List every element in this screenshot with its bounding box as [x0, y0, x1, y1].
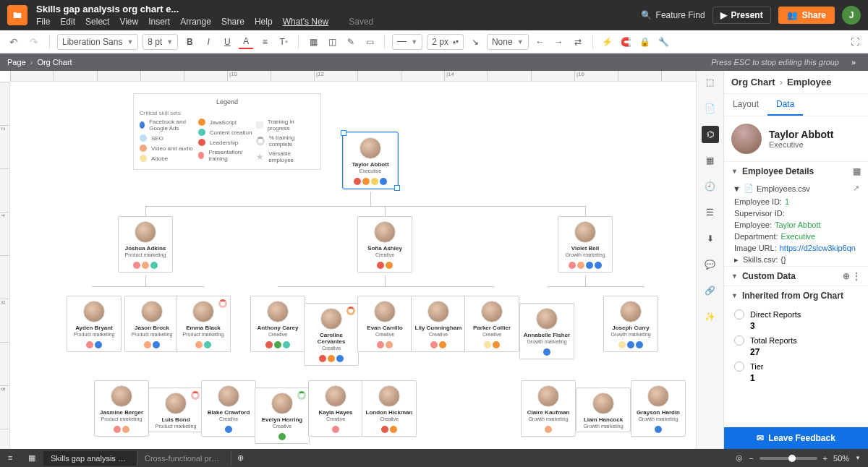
font-size-select[interactable]: 8 pt▼ — [142, 34, 178, 50]
node[interactable]: London HickmanCreative — [362, 380, 417, 437]
section-custom-data[interactable]: ▼ Custom Data ⊕ ⋮ — [724, 267, 868, 286]
redo-button[interactable]: ↷ — [26, 36, 42, 48]
layers-icon[interactable]: ⬚ — [702, 74, 719, 91]
list-view-icon[interactable]: ≡ — [8, 453, 12, 463]
node-root[interactable]: Taylor Abbott Executive — [343, 132, 398, 189]
line-weight-select[interactable]: 2 px▴▾ — [427, 34, 464, 50]
external-link-icon[interactable]: ↗ — [853, 184, 859, 193]
node[interactable]: Joseph CurryGrowth marketing — [603, 296, 658, 352]
node[interactable]: Lily CunninghamCreative — [411, 296, 466, 352]
wrench-button[interactable]: 🔧 — [657, 35, 671, 49]
undo-button[interactable]: ↶ — [6, 36, 22, 48]
italic-button[interactable]: I — [201, 35, 216, 49]
text-color-button[interactable]: A — [239, 35, 253, 49]
menu-insert[interactable]: Insert — [148, 17, 170, 27]
lock-button[interactable]: 🔒 — [638, 35, 652, 49]
shape-style-button[interactable]: ▭ — [362, 35, 377, 49]
zoom-in-button[interactable]: + — [823, 454, 827, 463]
crumb-root[interactable]: Org Chart — [731, 77, 775, 87]
panel-toggle-button[interactable]: » — [846, 58, 861, 67]
node[interactable]: Evan CarrilloCreative — [357, 296, 412, 352]
font-family-select[interactable]: Liberation Sans▼ — [57, 34, 138, 50]
border-button[interactable]: ◫ — [325, 35, 339, 49]
node[interactable]: Joshua AdkinsProduct marketing — [118, 216, 173, 273]
node[interactable]: Jasmine BergerProduct marketing — [94, 380, 149, 437]
arrow-start-button[interactable]: ← — [533, 35, 548, 49]
section-employee-details[interactable]: ▼ Employee Details ▦ — [724, 162, 868, 181]
feedback-button[interactable]: ✉ Leave Feedback — [724, 427, 868, 449]
database-icon[interactable]: ⌬ — [702, 126, 719, 143]
feature-find-button[interactable]: 🔍 Feature Find — [641, 10, 705, 20]
underline-button[interactable]: U — [220, 35, 234, 49]
arrow-style-select[interactable]: None▼ — [487, 34, 529, 50]
node[interactable]: Evelyn HerringCreative — [255, 387, 310, 444]
page-tab[interactable]: Cross-functional proj... — [137, 451, 231, 466]
canvas[interactable]: Legend Critical skill sets Facebook and … — [10, 82, 696, 449]
menu-edit[interactable]: Edit — [60, 17, 75, 27]
menu-view[interactable]: View — [119, 17, 138, 27]
align-button[interactable]: ≡ — [258, 35, 272, 49]
tab-data[interactable]: Data — [767, 94, 803, 116]
add-icon[interactable]: ⊕ ⋮ — [843, 271, 861, 281]
user-avatar[interactable]: J — [842, 6, 861, 25]
export-icon[interactable]: ⬇ — [702, 230, 719, 247]
legend-box[interactable]: Legend Critical skill sets Facebook and … — [133, 93, 321, 170]
node[interactable]: Blake CrawfordCreative — [201, 380, 256, 437]
node[interactable]: Claire KaufmanGrowth marketing — [521, 380, 576, 437]
slider-thumb[interactable] — [788, 455, 796, 462]
csv-row[interactable]: ▼ 📄 Employees.csv ↗ — [724, 181, 868, 196]
node[interactable]: Parker CollierCreative — [464, 296, 519, 352]
target-icon[interactable]: ◎ — [736, 453, 743, 463]
comment-icon[interactable]: 💬 — [702, 256, 719, 273]
node[interactable]: Caroline CervantesCreative — [304, 303, 359, 366]
arrow-end-button[interactable]: → — [552, 35, 566, 49]
zoom-slider[interactable] — [760, 457, 817, 460]
zoom-out-button[interactable]: − — [749, 454, 753, 463]
menu-whats-new[interactable]: What's New — [283, 17, 329, 27]
line-style-select[interactable]: ▼ — [392, 34, 422, 50]
link-icon[interactable]: 🔗 — [702, 282, 719, 299]
swap-button[interactable]: ⇄ — [571, 35, 585, 49]
share-button[interactable]: 👥 Share — [778, 7, 835, 24]
clear-format-button[interactable]: T× — [276, 35, 291, 49]
magnet-button[interactable]: 🧲 — [619, 35, 634, 49]
tab-layout[interactable]: Layout — [724, 94, 767, 116]
menu-file[interactable]: File — [36, 17, 50, 27]
page-icon[interactable]: 📄 — [702, 100, 719, 117]
node[interactable]: Sofia AshleyCreative — [357, 216, 412, 273]
menu-share[interactable]: Share — [221, 17, 244, 27]
caret-right-icon[interactable]: ▸ — [734, 255, 739, 265]
menu-help[interactable]: Help — [255, 17, 273, 27]
bold-button[interactable]: B — [182, 35, 197, 49]
node[interactable]: Ayden BryantProduct marketing — [67, 296, 122, 352]
zoom-value[interactable]: 50% — [833, 454, 849, 463]
crumb-page[interactable]: Page — [7, 58, 26, 67]
fill-button[interactable]: ▦ — [306, 35, 320, 49]
present-icon[interactable]: ▦ — [702, 152, 719, 169]
bolt-button[interactable]: ⚡ — [600, 35, 615, 49]
doc-title[interactable]: Skills gap analysis org chart e... — [36, 4, 641, 14]
paint-button[interactable]: ✎ — [344, 35, 358, 49]
grid-icon[interactable]: ▦ — [853, 166, 861, 176]
crumb-leaf[interactable]: Employee — [787, 77, 831, 87]
node[interactable]: Grayson HardinGrowth marketing — [631, 380, 686, 437]
stack-icon[interactable]: ☰ — [702, 204, 719, 221]
present-button[interactable]: ▶ Present — [712, 7, 771, 24]
menu-arrange[interactable]: Arrange — [180, 17, 211, 27]
clock-icon[interactable]: 🕘 — [702, 178, 719, 195]
wand-icon[interactable]: ✨ — [702, 308, 719, 325]
node[interactable]: Jason BrockProduct marketing — [124, 296, 179, 352]
caret-down-icon[interactable]: ▼ — [855, 455, 861, 461]
node[interactable]: Liam HancockGrowth marketing — [576, 387, 631, 432]
app-logo[interactable] — [7, 5, 27, 25]
fullscreen-button[interactable]: ⛶ — [848, 35, 862, 49]
page-tab-active[interactable]: Skills gap analysis or... — [43, 451, 137, 466]
node[interactable]: Annabelle FisherGrowth marketing — [519, 303, 574, 359]
node[interactable]: Kayla HayesCreative — [308, 380, 363, 437]
node[interactable]: Anthony CareyCreative — [250, 296, 305, 352]
node[interactable]: Emma BlackProduct marketing — [176, 296, 231, 352]
node[interactable]: Luis BondProduct marketing — [148, 387, 203, 432]
node[interactable]: Violet BellGrowth marketing — [558, 216, 613, 273]
grid-view-icon[interactable]: ▦ — [28, 453, 35, 463]
menu-select[interactable]: Select — [85, 17, 109, 27]
